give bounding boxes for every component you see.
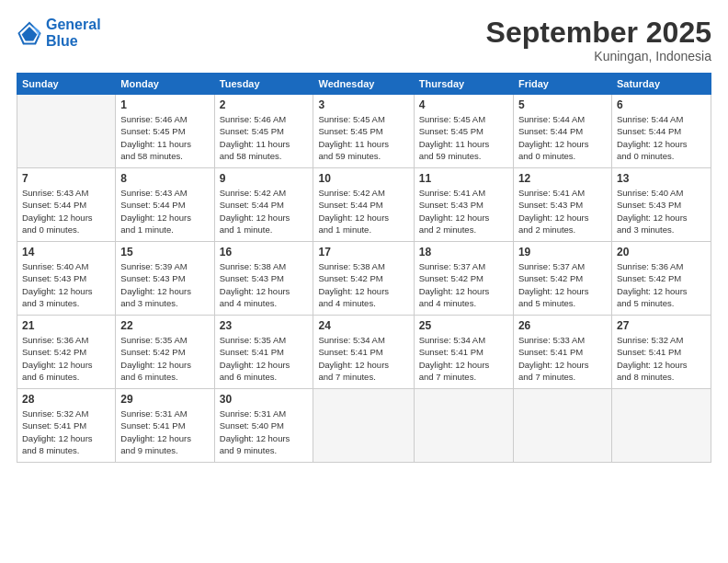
day-info: Sunrise: 5:32 AM Sunset: 5:41 PM Dayligh… — [22, 408, 110, 456]
day-info: Sunrise: 5:41 AM Sunset: 5:43 PM Dayligh… — [518, 187, 607, 236]
day-info: Sunrise: 5:39 AM Sunset: 5:43 PM Dayligh… — [120, 260, 209, 309]
day-number: 14 — [22, 246, 110, 259]
day-number: 3 — [318, 98, 408, 111]
day-number: 25 — [419, 319, 508, 332]
table-row: 12Sunrise: 5:41 AM Sunset: 5:43 PM Dayli… — [513, 168, 611, 242]
day-number: 18 — [419, 246, 508, 259]
day-info: Sunrise: 5:41 AM Sunset: 5:43 PM Dayligh… — [419, 187, 508, 236]
table-row — [414, 389, 513, 463]
day-number: 26 — [518, 319, 607, 332]
calendar-header-row: Sunday Monday Tuesday Wednesday Thursday… — [17, 74, 711, 95]
day-number: 6 — [617, 98, 706, 111]
table-row: 29Sunrise: 5:31 AM Sunset: 5:41 PM Dayli… — [116, 389, 214, 463]
table-row: 20Sunrise: 5:36 AM Sunset: 5:42 PM Dayli… — [611, 242, 711, 316]
calendar-table: Sunday Monday Tuesday Wednesday Thursday… — [17, 73, 711, 463]
col-tuesday: Tuesday — [214, 74, 313, 95]
logo-text: General Blue — [46, 17, 101, 51]
day-number: 17 — [318, 246, 408, 259]
day-info: Sunrise: 5:43 AM Sunset: 5:44 PM Dayligh… — [22, 187, 110, 236]
day-number: 16 — [220, 246, 309, 259]
table-row: 17Sunrise: 5:38 AM Sunset: 5:42 PM Dayli… — [313, 242, 414, 316]
table-row: 15Sunrise: 5:39 AM Sunset: 5:43 PM Dayli… — [116, 242, 214, 316]
day-number: 12 — [518, 172, 607, 185]
col-saturday: Saturday — [611, 74, 711, 95]
day-number: 5 — [518, 98, 607, 111]
table-row: 30Sunrise: 5:31 AM Sunset: 5:40 PM Dayli… — [214, 389, 313, 463]
col-sunday: Sunday — [17, 74, 116, 95]
table-row — [611, 389, 711, 463]
month-title: September 2025 — [486, 17, 711, 49]
day-number: 29 — [120, 393, 209, 406]
table-row: 3Sunrise: 5:45 AM Sunset: 5:45 PM Daylig… — [313, 95, 414, 168]
table-row: 21Sunrise: 5:36 AM Sunset: 5:42 PM Dayli… — [17, 316, 116, 389]
table-row: 6Sunrise: 5:44 AM Sunset: 5:44 PM Daylig… — [611, 95, 711, 168]
day-info: Sunrise: 5:38 AM Sunset: 5:43 PM Dayligh… — [220, 260, 309, 309]
day-number: 2 — [220, 98, 309, 111]
day-info: Sunrise: 5:37 AM Sunset: 5:42 PM Dayligh… — [419, 260, 508, 309]
table-row: 10Sunrise: 5:42 AM Sunset: 5:44 PM Dayli… — [313, 168, 414, 242]
table-row: 23Sunrise: 5:35 AM Sunset: 5:41 PM Dayli… — [214, 316, 313, 389]
day-number: 21 — [22, 319, 110, 332]
day-number: 24 — [318, 319, 408, 332]
header: General Blue September 2025 Kuningan, In… — [17, 17, 711, 63]
location: Kuningan, Indonesia — [486, 49, 711, 63]
table-row: 1Sunrise: 5:46 AM Sunset: 5:45 PM Daylig… — [116, 95, 214, 168]
day-number: 4 — [419, 98, 508, 111]
table-row — [17, 95, 116, 168]
day-info: Sunrise: 5:42 AM Sunset: 5:44 PM Dayligh… — [318, 187, 408, 236]
table-row: 9Sunrise: 5:42 AM Sunset: 5:44 PM Daylig… — [214, 168, 313, 242]
day-number: 1 — [120, 98, 209, 111]
col-wednesday: Wednesday — [313, 74, 414, 95]
day-info: Sunrise: 5:37 AM Sunset: 5:42 PM Dayligh… — [518, 260, 607, 309]
day-info: Sunrise: 5:31 AM Sunset: 5:40 PM Dayligh… — [220, 408, 309, 456]
col-thursday: Thursday — [414, 74, 513, 95]
table-row: 2Sunrise: 5:46 AM Sunset: 5:45 PM Daylig… — [214, 95, 313, 168]
table-row: 19Sunrise: 5:37 AM Sunset: 5:42 PM Dayli… — [513, 242, 611, 316]
table-row: 26Sunrise: 5:33 AM Sunset: 5:41 PM Dayli… — [513, 316, 611, 389]
table-row: 14Sunrise: 5:40 AM Sunset: 5:43 PM Dayli… — [17, 242, 116, 316]
day-info: Sunrise: 5:32 AM Sunset: 5:41 PM Dayligh… — [617, 334, 706, 383]
day-info: Sunrise: 5:33 AM Sunset: 5:41 PM Dayligh… — [518, 334, 607, 383]
day-info: Sunrise: 5:42 AM Sunset: 5:44 PM Dayligh… — [220, 187, 309, 236]
day-info: Sunrise: 5:36 AM Sunset: 5:42 PM Dayligh… — [22, 334, 110, 383]
day-info: Sunrise: 5:45 AM Sunset: 5:45 PM Dayligh… — [318, 113, 408, 162]
table-row: 4Sunrise: 5:45 AM Sunset: 5:45 PM Daylig… — [414, 95, 513, 168]
table-row: 16Sunrise: 5:38 AM Sunset: 5:43 PM Dayli… — [214, 242, 313, 316]
day-info: Sunrise: 5:46 AM Sunset: 5:45 PM Dayligh… — [120, 113, 209, 162]
day-info: Sunrise: 5:34 AM Sunset: 5:41 PM Dayligh… — [318, 334, 408, 383]
table-row: 28Sunrise: 5:32 AM Sunset: 5:41 PM Dayli… — [17, 389, 116, 463]
day-info: Sunrise: 5:35 AM Sunset: 5:41 PM Dayligh… — [220, 334, 309, 383]
day-info: Sunrise: 5:44 AM Sunset: 5:44 PM Dayligh… — [617, 113, 706, 162]
week-row-3: 14Sunrise: 5:40 AM Sunset: 5:43 PM Dayli… — [17, 242, 711, 316]
day-number: 23 — [220, 319, 309, 332]
day-number: 10 — [318, 172, 408, 185]
day-number: 7 — [22, 172, 110, 185]
week-row-2: 7Sunrise: 5:43 AM Sunset: 5:44 PM Daylig… — [17, 168, 711, 242]
day-info: Sunrise: 5:43 AM Sunset: 5:44 PM Dayligh… — [120, 187, 209, 236]
logo-icon — [17, 20, 42, 46]
day-info: Sunrise: 5:34 AM Sunset: 5:41 PM Dayligh… — [419, 334, 508, 383]
col-friday: Friday — [513, 74, 611, 95]
table-row: 22Sunrise: 5:35 AM Sunset: 5:42 PM Dayli… — [116, 316, 214, 389]
table-row: 11Sunrise: 5:41 AM Sunset: 5:43 PM Dayli… — [414, 168, 513, 242]
table-row — [313, 389, 414, 463]
table-row: 27Sunrise: 5:32 AM Sunset: 5:41 PM Dayli… — [611, 316, 711, 389]
day-number: 11 — [419, 172, 508, 185]
week-row-4: 21Sunrise: 5:36 AM Sunset: 5:42 PM Dayli… — [17, 316, 711, 389]
day-number: 8 — [120, 172, 209, 185]
table-row: 24Sunrise: 5:34 AM Sunset: 5:41 PM Dayli… — [313, 316, 414, 389]
day-number: 19 — [518, 246, 607, 259]
table-row: 13Sunrise: 5:40 AM Sunset: 5:43 PM Dayli… — [611, 168, 711, 242]
table-row: 5Sunrise: 5:44 AM Sunset: 5:44 PM Daylig… — [513, 95, 611, 168]
day-info: Sunrise: 5:35 AM Sunset: 5:42 PM Dayligh… — [120, 334, 209, 383]
table-row: 8Sunrise: 5:43 AM Sunset: 5:44 PM Daylig… — [116, 168, 214, 242]
day-number: 20 — [617, 246, 706, 259]
day-number: 9 — [220, 172, 309, 185]
title-block: September 2025 Kuningan, Indonesia — [486, 17, 711, 63]
day-info: Sunrise: 5:40 AM Sunset: 5:43 PM Dayligh… — [617, 187, 706, 236]
day-number: 22 — [120, 319, 209, 332]
week-row-1: 1Sunrise: 5:46 AM Sunset: 5:45 PM Daylig… — [17, 95, 711, 168]
day-number: 30 — [220, 393, 309, 406]
day-info: Sunrise: 5:36 AM Sunset: 5:42 PM Dayligh… — [617, 260, 706, 309]
week-row-5: 28Sunrise: 5:32 AM Sunset: 5:41 PM Dayli… — [17, 389, 711, 463]
